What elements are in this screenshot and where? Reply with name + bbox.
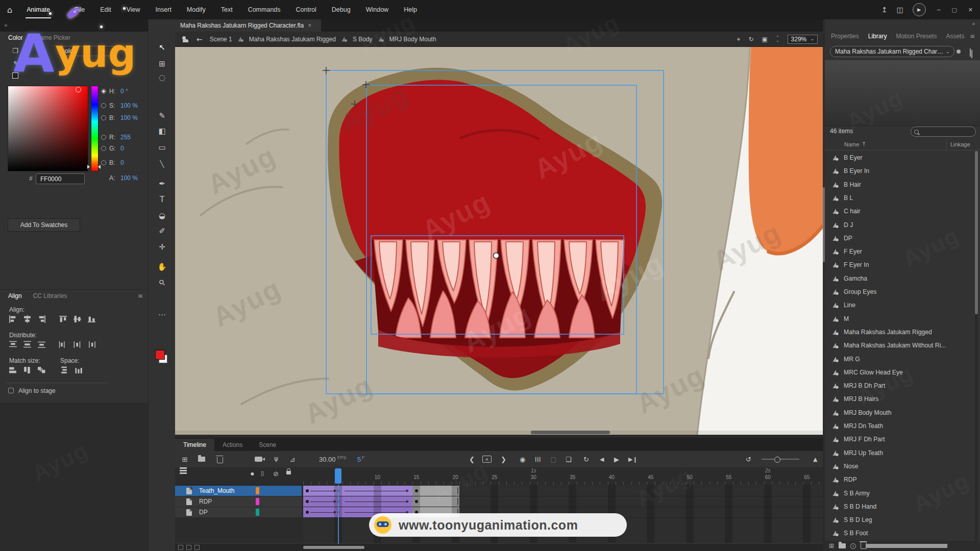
library-item[interactable]: M <box>825 312 974 325</box>
library-document-dropdown[interactable]: Maha Rakshas Jatukarn Rigged Charact... … <box>830 46 954 57</box>
timeline-zoom-knob[interactable] <box>774 457 780 463</box>
new-folder-icon[interactable] <box>839 543 846 548</box>
current-frame-value[interactable]: 5 <box>357 456 361 463</box>
onion-skin-icon[interactable]: ◉ <box>520 456 525 463</box>
keyframe-dot[interactable] <box>306 489 309 492</box>
timeline-zoom-slider[interactable] <box>762 459 799 460</box>
new-layer-icon[interactable]: ⊞ <box>180 456 190 463</box>
default-colors-icon[interactable] <box>12 72 18 79</box>
menu-control[interactable]: Control <box>295 1 317 18</box>
library-item[interactable]: Nose <box>825 460 974 473</box>
layer-color-chip[interactable] <box>256 509 259 516</box>
library-item[interactable]: D J <box>825 218 974 232</box>
more-tools[interactable]: ⋯ <box>149 308 176 321</box>
radio-s[interactable] <box>101 103 106 108</box>
align-left-edge-button[interactable] <box>7 314 18 323</box>
align-vertical-center-button[interactable] <box>71 314 83 323</box>
fill-color-icon[interactable]: ❒ <box>12 47 18 55</box>
canvas-horizontal-scrollbar[interactable] <box>175 431 823 434</box>
rotation-icon[interactable]: ↻ <box>748 36 753 43</box>
library-item[interactable]: S B D Hand <box>825 500 974 513</box>
layer-name[interactable]: DP <box>199 509 208 516</box>
keyframe-dot[interactable] <box>415 489 418 492</box>
tab-library[interactable]: Library <box>868 33 887 40</box>
next-keyframe-icon[interactable]: ❯ <box>501 456 506 463</box>
new-library-panel-icon[interactable] <box>970 49 971 56</box>
g-value[interactable]: 0 <box>120 145 124 152</box>
library-item[interactable]: S B Army <box>825 487 974 500</box>
library-item[interactable]: B Hair <box>825 178 974 191</box>
library-horizontal-scrollbar[interactable] <box>866 544 947 548</box>
timeline-option-icon[interactable] <box>194 545 200 550</box>
edit-scene-icon[interactable] <box>182 36 188 42</box>
hue-slider[interactable] <box>91 86 99 171</box>
layer-row-DP[interactable]: DP <box>175 507 302 518</box>
saturation-brightness-picker[interactable] <box>8 86 88 171</box>
library-item[interactable]: MRJ Body Mouth <box>825 406 974 419</box>
timeline-option-icon[interactable] <box>178 545 183 550</box>
library-item[interactable]: B Eyer In <box>825 164 974 178</box>
maximize-icon[interactable]: ▢ <box>951 7 957 13</box>
timeline-zoom-in-icon[interactable]: ▲ <box>813 456 817 463</box>
play-button-icon[interactable]: ▶ <box>614 456 619 463</box>
match-width-height-button[interactable] <box>36 365 47 374</box>
line-tool[interactable]: ╲ <box>149 157 176 170</box>
align-right-edge-button[interactable] <box>36 314 47 323</box>
expand-panel-icon[interactable]: » <box>972 20 975 27</box>
b-value[interactable]: 100 % <box>120 114 138 121</box>
library-item[interactable]: B Eyer <box>825 151 974 164</box>
library-item[interactable]: Line <box>825 298 974 312</box>
edit-multiple-frames-icon[interactable]: ▢ <box>550 456 556 463</box>
stroke-color-icon[interactable]: ✎ <box>13 60 19 67</box>
panel-menu-icon[interactable]: ≡ <box>970 33 975 40</box>
share-icon[interactable]: ↥ <box>881 6 888 14</box>
library-item[interactable]: MRJ B Dh Part <box>825 379 974 392</box>
radio-r[interactable] <box>101 135 106 140</box>
timeline-horizontal-scrollbar[interactable] <box>303 546 364 549</box>
onion-skin-outlines-icon[interactable]: ☰ <box>534 456 542 462</box>
breadcrumb-item[interactable]: MRJ Body Mouth <box>389 36 436 43</box>
eyedropper-tool[interactable]: ✐ <box>149 224 176 238</box>
playhead[interactable] <box>335 468 341 484</box>
distribute-bottom-button[interactable] <box>36 340 47 349</box>
menu-debug[interactable]: Debug <box>331 1 352 18</box>
library-item[interactable]: MRJ B Hairs <box>825 392 974 406</box>
menu-help[interactable]: Help <box>403 1 418 18</box>
paint-bucket-tool[interactable]: ◒ <box>149 209 176 222</box>
library-vertical-scrollbar[interactable] <box>975 151 978 541</box>
panel-menu-icon[interactable]: ≡ <box>138 292 143 299</box>
library-search-input[interactable] <box>911 127 976 137</box>
align-to-stage-checkbox[interactable] <box>8 388 14 393</box>
distribute-top-button[interactable] <box>7 340 18 349</box>
delete-layer-icon[interactable] <box>215 456 225 463</box>
step-back-icon[interactable]: ◀ <box>600 456 604 463</box>
frame-span-icon[interactable]: ❏ <box>566 456 572 463</box>
layer-row-RDP[interactable]: RDP <box>175 496 302 507</box>
frame-ruler[interactable]: 1015202530354045505560651s2s <box>175 467 823 485</box>
tab-cc-libraries[interactable]: CC Libraries <box>33 292 67 299</box>
workspace-icon[interactable]: ◫ <box>897 6 903 14</box>
library-item[interactable]: F Eyer In <box>825 258 974 271</box>
tab-color[interactable]: Color <box>8 34 23 41</box>
distribute-vertical-center-button[interactable] <box>21 340 33 349</box>
zoom-level-dropdown[interactable]: 329% ⌄ <box>788 35 818 44</box>
library-item[interactable]: Gamcha <box>825 272 974 285</box>
minimize-icon[interactable]: ─ <box>937 7 941 13</box>
clip-content-icon[interactable]: ▣ <box>762 36 768 43</box>
timeline-option-icon[interactable] <box>186 545 191 550</box>
layer-parenting-icon[interactable]: ⋔ <box>271 456 281 463</box>
layer-name[interactable]: RDP <box>199 498 212 505</box>
library-item[interactable]: MRC Glow Head Eye <box>825 366 974 379</box>
hide-column-icon[interactable]: ⊘ <box>273 470 279 478</box>
radio-g[interactable] <box>101 146 106 151</box>
graph-editor-icon[interactable]: ⊿ <box>287 456 298 463</box>
document-tab[interactable]: Maha Rakshas Jatukarn Rigged Character.f… <box>175 19 321 32</box>
play-icon[interactable]: ▶ <box>913 3 926 16</box>
library-item[interactable]: S B Foot <box>825 527 974 540</box>
new-folder-icon[interactable] <box>197 457 207 462</box>
library-item[interactable]: C hair <box>825 205 974 218</box>
text-tool[interactable]: T <box>149 193 176 206</box>
library-item[interactable]: S B D Leg <box>825 513 974 527</box>
properties-info-icon[interactable]: i <box>850 543 856 549</box>
layer-name[interactable]: Teath_Mouth <box>199 487 234 494</box>
